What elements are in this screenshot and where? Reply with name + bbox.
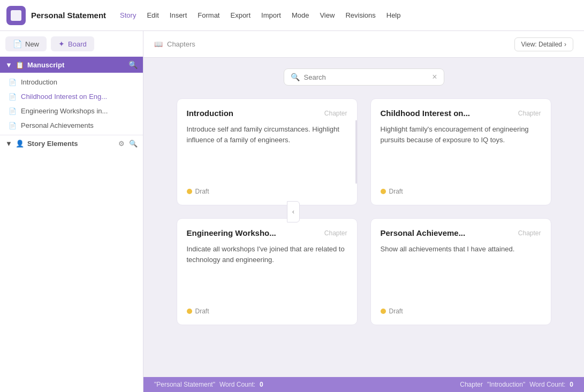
draft-label: Draft bbox=[195, 188, 209, 195]
book-icon: 📖 bbox=[154, 40, 163, 48]
card-body: Show all achievements that I have attain… bbox=[381, 244, 541, 299]
card-title: Introduction bbox=[187, 109, 233, 118]
statusbar: "Personal Statement" Word Count: 0 Chapt… bbox=[143, 377, 584, 392]
card-title: Personal Achieveme... bbox=[381, 228, 466, 237]
document-icon: 📄 bbox=[9, 93, 17, 101]
card-type: Chapter bbox=[324, 229, 347, 237]
scroll-divider bbox=[355, 120, 357, 184]
draft-status-dot bbox=[381, 189, 386, 194]
card-title: Childhood Interest on... bbox=[381, 109, 471, 118]
collapse-sidebar-button[interactable]: ‹ bbox=[287, 201, 300, 222]
card-engineering[interactable]: Engineering Worksho... Chapter Indicate … bbox=[177, 218, 358, 325]
story-elements-header[interactable]: ▼ 👤 Story Elements ⚙ 🔍 bbox=[0, 135, 143, 152]
draft-status-dot bbox=[381, 309, 386, 314]
manuscript-section-header[interactable]: ▼ 📋 Manuscript 🔍 bbox=[0, 57, 143, 73]
menu-insert[interactable]: Insert bbox=[165, 9, 192, 21]
card-title: Engineering Worksho... bbox=[187, 228, 276, 237]
layout: 📄 New ✦ Board ▼ 📋 Manuscript 🔍 📄 Introdu… bbox=[0, 31, 584, 392]
topbar: Personal Statement Story Edit Insert For… bbox=[0, 0, 584, 31]
main-content: 📖 Chapters View: Detailed › ‹ 🔍 × bbox=[143, 31, 584, 392]
sidebar-item-engineering[interactable]: 📄 Engineering Workshops in... bbox=[0, 104, 143, 118]
card-type: Chapter bbox=[324, 110, 347, 117]
sidebar-item-childhood[interactable]: 📄 Childhood Interest on Eng... bbox=[0, 89, 143, 104]
app-title: Personal Statement bbox=[31, 11, 106, 20]
card-introduction[interactable]: Introduction Chapter Introduce self and … bbox=[177, 98, 358, 205]
menu-revisions[interactable]: Revisions bbox=[341, 9, 380, 21]
main-header: 📖 Chapters View: Detailed › bbox=[143, 31, 584, 58]
menu-export[interactable]: Export bbox=[226, 9, 255, 21]
manuscript-icon: 📋 bbox=[16, 61, 24, 69]
board-button[interactable]: ✦ Board bbox=[51, 36, 94, 51]
menu-edit[interactable]: Edit bbox=[142, 9, 163, 21]
menu-story[interactable]: Story bbox=[116, 9, 140, 21]
chapter-label: Chapter bbox=[460, 381, 483, 388]
view-button[interactable]: View: Detailed › bbox=[514, 37, 574, 51]
sidebar-item-introduction[interactable]: 📄 Introduction bbox=[0, 75, 143, 89]
gear-icon[interactable]: ⚙ bbox=[118, 140, 125, 148]
document-icon: 📄 bbox=[9, 122, 17, 129]
menu-view[interactable]: View bbox=[315, 9, 339, 21]
word-count-value-right: 0 bbox=[570, 381, 573, 388]
card-personal[interactable]: Personal Achieveme... Chapter Show all a… bbox=[370, 218, 551, 325]
menu-bar: Story Edit Insert Format Export Import M… bbox=[116, 9, 405, 21]
card-type: Chapter bbox=[518, 229, 541, 237]
card-body: Highlight family's encouragement of engi… bbox=[381, 124, 541, 179]
word-count-value-left: 0 bbox=[260, 381, 263, 388]
search-bar: 🔍 × bbox=[284, 68, 444, 86]
draft-label: Draft bbox=[389, 308, 403, 315]
document-icon: 📄 bbox=[9, 107, 17, 115]
document-icon: 📄 bbox=[9, 79, 17, 86]
chevron-down-icon-2: ▼ bbox=[5, 140, 12, 148]
project-name: "Personal Statement" bbox=[154, 381, 215, 388]
board-icon: ✦ bbox=[58, 40, 65, 48]
menu-format[interactable]: Format bbox=[193, 9, 224, 21]
search-icon[interactable]: 🔍 bbox=[129, 140, 138, 148]
draft-label: Draft bbox=[195, 308, 209, 315]
menu-help[interactable]: Help bbox=[382, 9, 405, 21]
word-count-label-right: Word Count: bbox=[529, 381, 565, 388]
sidebar: 📄 New ✦ Board ▼ 📋 Manuscript 🔍 📄 Introdu… bbox=[0, 31, 143, 392]
manuscript-label: Manuscript bbox=[27, 61, 64, 69]
new-button[interactable]: 📄 New bbox=[5, 36, 47, 51]
chapter-name: "Introduction" bbox=[487, 381, 525, 388]
new-icon: 📄 bbox=[13, 40, 22, 48]
draft-status-dot bbox=[187, 309, 192, 314]
close-icon[interactable]: × bbox=[432, 72, 437, 82]
card-body: Indicate all workshops I've joined that … bbox=[187, 244, 347, 299]
card-childhood[interactable]: Childhood Interest on... Chapter Highlig… bbox=[370, 98, 551, 205]
draft-status-dot bbox=[187, 189, 192, 194]
menu-mode[interactable]: Mode bbox=[287, 9, 314, 21]
sidebar-items: 📄 Introduction 📄 Childhood Interest on E… bbox=[0, 73, 143, 135]
chevron-right-icon: › bbox=[564, 41, 566, 48]
search-input[interactable] bbox=[304, 73, 428, 81]
sidebar-actions: 📄 New ✦ Board bbox=[0, 31, 143, 57]
user-circle-icon: 👤 bbox=[16, 140, 24, 148]
app-icon bbox=[6, 6, 26, 25]
content-area: 🔍 × Introduction Chapter Introduce self … bbox=[143, 58, 584, 377]
search-icon: 🔍 bbox=[291, 73, 300, 81]
chevron-down-icon: ▼ bbox=[5, 61, 12, 69]
sidebar-item-personal[interactable]: 📄 Personal Achievements bbox=[0, 118, 143, 133]
breadcrumb: Chapters bbox=[167, 40, 195, 48]
draft-label: Draft bbox=[389, 188, 403, 195]
menu-import[interactable]: Import bbox=[257, 9, 285, 21]
word-count-label-left: Word Count: bbox=[219, 381, 255, 388]
manuscript-search-icon[interactable]: 🔍 bbox=[128, 60, 138, 69]
story-elements-label: Story Elements bbox=[27, 140, 78, 148]
card-type: Chapter bbox=[518, 110, 541, 117]
cards-grid: Introduction Chapter Introduce self and … bbox=[177, 98, 551, 325]
card-body: Introduce self and family circumstances.… bbox=[187, 124, 347, 179]
